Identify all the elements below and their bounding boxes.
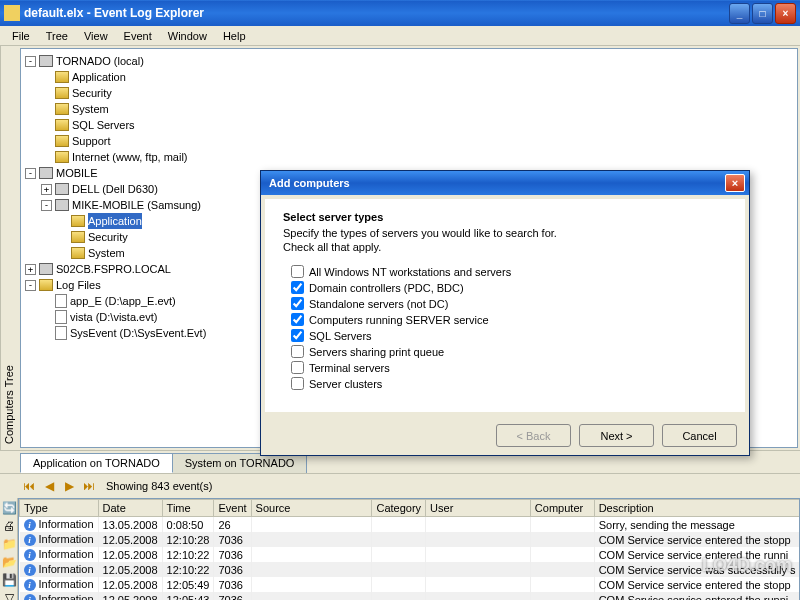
dialog-title: Add computers	[265, 177, 725, 189]
sidebar-caption[interactable]: Computers Tree	[0, 46, 18, 450]
tree-toggle-icon[interactable]: +	[25, 264, 36, 275]
menu-view[interactable]: View	[76, 28, 116, 44]
folder-icon	[55, 135, 69, 147]
tree-item[interactable]: Internet (www, ftp, mail)	[25, 149, 793, 165]
maximize-button[interactable]: □	[752, 3, 773, 24]
folder-icon	[55, 87, 69, 99]
column-header[interactable]: Date	[98, 500, 162, 517]
table-row[interactable]: iInformation12.05.200812:10:227036COM Se…	[20, 547, 801, 562]
dialog-heading: Select server types	[283, 211, 727, 223]
cell	[530, 532, 594, 547]
table-row[interactable]: iInformation12.05.200812:05:497036COM Se…	[20, 577, 801, 592]
tree-toggle-icon[interactable]: -	[41, 200, 52, 211]
server-type-option[interactable]: Computers running SERVER service	[291, 313, 727, 326]
menu-file[interactable]: File	[4, 28, 38, 44]
tool-folder-icon[interactable]: 📁	[1, 536, 17, 552]
server-type-option[interactable]: All Windows NT workstations and servers	[291, 265, 727, 278]
checkbox[interactable]	[291, 361, 304, 374]
folder-icon	[55, 151, 69, 163]
info-icon: i	[24, 564, 36, 576]
event-grid[interactable]: TypeDateTimeEventSourceCategoryUserCompu…	[18, 498, 800, 600]
close-button[interactable]: ×	[775, 3, 796, 24]
checkbox[interactable]	[291, 297, 304, 310]
cell	[251, 562, 372, 577]
first-icon[interactable]: ⏮	[20, 477, 38, 495]
tool-print-icon[interactable]: 🖨	[1, 518, 17, 534]
last-icon[interactable]: ⏭	[80, 477, 98, 495]
column-header[interactable]: Description	[594, 500, 800, 517]
app-icon	[4, 5, 20, 21]
column-header[interactable]: Computer	[530, 500, 594, 517]
tree-item[interactable]: Support	[25, 133, 793, 149]
table-row[interactable]: iInformation12.05.200812:10:287036COM Se…	[20, 532, 801, 547]
tree-toggle-icon[interactable]: -	[25, 280, 36, 291]
column-header[interactable]: Event	[214, 500, 251, 517]
checkbox[interactable]	[291, 329, 304, 342]
tree-toggle-icon[interactable]: -	[25, 168, 36, 179]
tree-item[interactable]: SQL Servers	[25, 117, 793, 133]
dialog-close-icon[interactable]: ×	[725, 174, 745, 192]
main-titlebar: default.elx - Event Log Explorer _ □ ×	[0, 0, 800, 26]
dialog-titlebar[interactable]: Add computers ×	[261, 171, 749, 195]
tree-label: Application	[88, 213, 142, 229]
server-type-option[interactable]: Terminal servers	[291, 361, 727, 374]
menu-tree[interactable]: Tree	[38, 28, 76, 44]
server-type-option[interactable]: Standalone servers (not DC)	[291, 297, 727, 310]
column-header[interactable]: Type	[20, 500, 99, 517]
cancel-button[interactable]: Cancel	[662, 424, 737, 447]
tree-item[interactable]: -TORNADO (local)	[25, 53, 793, 69]
folder-icon	[55, 71, 69, 83]
cell: 26	[214, 517, 251, 533]
add-computers-dialog: Add computers × Select server types Spec…	[260, 170, 750, 456]
window-title: default.elx - Event Log Explorer	[24, 6, 729, 20]
table-row[interactable]: iInformation12.05.200812:05:437036COM Se…	[20, 592, 801, 600]
cell: 12.05.2008	[98, 532, 162, 547]
prev-icon[interactable]: ◀	[40, 477, 58, 495]
menu-window[interactable]: Window	[160, 28, 215, 44]
menubar: FileTreeViewEventWindowHelp	[0, 26, 800, 46]
checkbox[interactable]	[291, 265, 304, 278]
column-header[interactable]: User	[426, 500, 531, 517]
checkbox[interactable]	[291, 281, 304, 294]
next-icon[interactable]: ▶	[60, 477, 78, 495]
cell: iInformation	[20, 532, 99, 547]
tree-label: vista (D:\vista.evt)	[70, 309, 157, 325]
info-icon: i	[24, 579, 36, 591]
event-count: Showing 843 event(s)	[106, 480, 212, 492]
next-button[interactable]: Next >	[579, 424, 654, 447]
menu-help[interactable]: Help	[215, 28, 254, 44]
tree-toggle-icon[interactable]: -	[25, 56, 36, 67]
minimize-button[interactable]: _	[729, 3, 750, 24]
checkbox[interactable]	[291, 377, 304, 390]
table-row[interactable]: iInformation13.05.20080:08:5026Sorry, se…	[20, 517, 801, 533]
column-header[interactable]: Category	[372, 500, 426, 517]
server-type-option[interactable]: Server clusters	[291, 377, 727, 390]
menu-event[interactable]: Event	[116, 28, 160, 44]
tree-label: Security	[88, 229, 128, 245]
tree-toggle-icon[interactable]: +	[41, 184, 52, 195]
tab[interactable]: Application on TORNADO	[20, 453, 173, 473]
table-row[interactable]: iInformation12.05.200812:10:227036COM Se…	[20, 562, 801, 577]
tree-item[interactable]: System	[25, 101, 793, 117]
column-header[interactable]: Source	[251, 500, 372, 517]
cell: 7036	[214, 562, 251, 577]
server-type-option[interactable]: SQL Servers	[291, 329, 727, 342]
server-type-option[interactable]: Domain controllers (PDC, BDC)	[291, 281, 727, 294]
tool-filter-icon[interactable]: ▽	[1, 590, 17, 600]
option-label: Standalone servers (not DC)	[309, 298, 448, 310]
cell: COM Service service entered the stopp	[594, 532, 800, 547]
tree-item[interactable]: Application	[25, 69, 793, 85]
cell: COM Service service entered the runni	[594, 547, 800, 562]
server-type-option[interactable]: Servers sharing print queue	[291, 345, 727, 358]
tab[interactable]: System on TORNADO	[172, 453, 308, 473]
info-icon: i	[24, 534, 36, 546]
tool-save-icon[interactable]: 💾	[1, 572, 17, 588]
tool-folder2-icon[interactable]: 📂	[1, 554, 17, 570]
tool-refresh-icon[interactable]: 🔄	[1, 500, 17, 516]
nav-row: ⏮ ◀ ▶ ⏭ Showing 843 event(s)	[0, 473, 800, 498]
checkbox[interactable]	[291, 313, 304, 326]
cell: 7036	[214, 532, 251, 547]
checkbox[interactable]	[291, 345, 304, 358]
column-header[interactable]: Time	[162, 500, 214, 517]
tree-item[interactable]: Security	[25, 85, 793, 101]
